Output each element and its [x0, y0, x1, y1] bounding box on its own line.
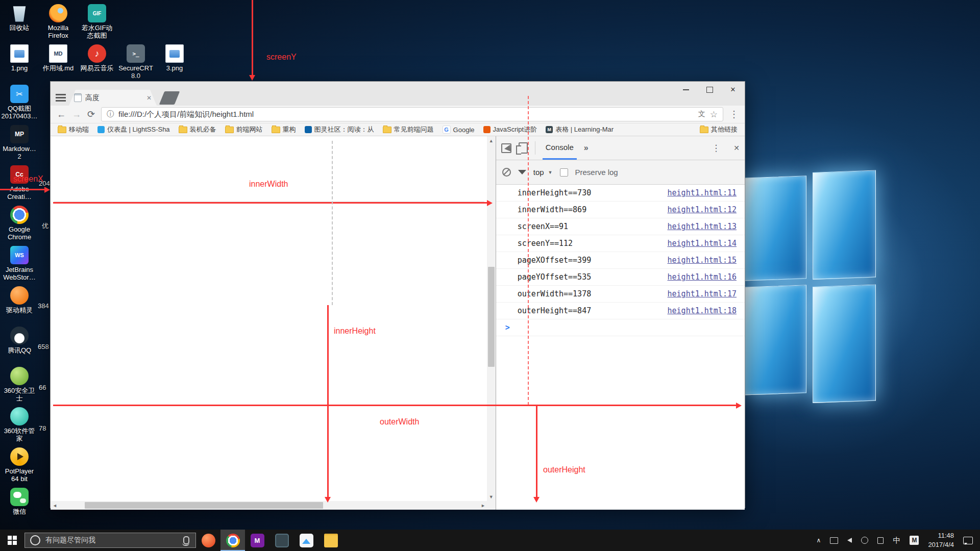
bookmark-item[interactable]: JavaScript进阶 [483, 125, 537, 134]
devtools-menu-icon[interactable]: ⋮ [712, 143, 720, 154]
tray-icon[interactable] [861, 537, 868, 544]
minimize-button[interactable] [674, 82, 698, 97]
back-icon[interactable]: ← [57, 110, 66, 119]
system-tray: ∧ 中 M 11:48 2017/4/4 [817, 531, 980, 549]
source-link[interactable]: height1.html:15 [668, 256, 737, 265]
desktop-icon-qq-screenshot[interactable]: QQ截图20170403… [1, 85, 38, 120]
recycle-bin-icon [10, 4, 29, 22]
taskbar-app-markdown[interactable]: M [245, 530, 270, 551]
source-link[interactable]: height1.html:11 [668, 188, 737, 197]
desktop-icon-wechat[interactable]: 微信 [1, 488, 38, 515]
logo-pane [813, 170, 876, 280]
taskbar-app-explorer[interactable] [318, 530, 343, 551]
desktop-icon-chrome[interactable]: Google Chrome [1, 206, 38, 241]
annotation-innerheight-arrow [325, 497, 331, 503]
scroll-right-icon[interactable]: ► [479, 501, 487, 510]
desktop-icon-360-safe[interactable]: 360安全卫士 [1, 367, 38, 403]
other-bookmarks-folder[interactable]: 其他链接 [700, 125, 738, 134]
desktop-icon-securecrt[interactable]: SecureCRT 8.0 [117, 44, 154, 80]
potplayer-icon [10, 447, 29, 466]
desktop-icon-md-file[interactable]: 作用域.md [40, 44, 77, 72]
address-bar[interactable]: ⓘ file:///D:/个人项目/前端知识/height1.html 文 ☆ [101, 107, 723, 121]
desktop-icon-recycle-bin[interactable]: 回收站 [1, 4, 38, 32]
desktop-icon-markdownpad[interactable]: Markdow… 2 [1, 125, 38, 161]
tab-console[interactable]: Console [543, 136, 577, 160]
browser-tab[interactable]: 高度 ✕ [69, 90, 157, 106]
source-link[interactable]: height1.html:18 [668, 306, 737, 315]
source-link[interactable]: height1.html:16 [668, 272, 737, 282]
windows-logo-icon [8, 536, 17, 545]
desktop-icon-1png[interactable]: 1.png [1, 44, 38, 72]
taskbar-app-photos[interactable] [294, 530, 318, 551]
more-tabs-icon[interactable]: » [584, 143, 589, 153]
source-link[interactable]: height1.html:13 [668, 222, 737, 231]
annotation-outerheight-guide [528, 96, 529, 405]
desktop-icon-netease-music[interactable]: 网易云音乐 [79, 44, 115, 72]
source-link[interactable]: height1.html:12 [668, 205, 737, 214]
desktop-icon-webstorm[interactable]: JetBrains WebStor… [1, 246, 38, 282]
horizontal-scroll-thumb[interactable] [85, 502, 323, 509]
new-tab-button[interactable] [159, 91, 180, 105]
desktop-icon-gif-capture[interactable]: 若水GIF动态截图 [79, 4, 115, 40]
bookmark-label: 移动端 [69, 125, 89, 134]
action-center-icon[interactable] [963, 537, 973, 544]
bookmark-item[interactable]: M表格 | Learning-Mar [546, 125, 614, 134]
desktop-icon-driver-genius[interactable]: 驱动精灵 [1, 286, 38, 314]
tab-close-icon[interactable]: ✕ [146, 94, 152, 102]
filter-icon[interactable] [518, 170, 526, 174]
desktop-icon-qq[interactable]: 腾讯QQ [1, 327, 38, 354]
desktop-icon-potplayer[interactable]: PotPlayer 64 bit [1, 447, 38, 483]
horizontal-scrollbar[interactable]: ◄ ► [51, 501, 487, 510]
maximize-button[interactable] [698, 82, 721, 97]
tab-strip-icon[interactable] [56, 94, 66, 102]
page-info-icon[interactable]: ⓘ [107, 110, 114, 119]
source-link[interactable]: height1.html:14 [668, 239, 737, 248]
tray-display-icon[interactable] [830, 537, 838, 544]
tray-volume-icon[interactable] [847, 538, 852, 543]
desktop-icon-360-manager[interactable]: 360软件管家 [1, 407, 38, 443]
start-button[interactable] [0, 530, 24, 551]
scroll-down-icon[interactable]: ▼ [487, 492, 496, 501]
forward-icon[interactable]: → [72, 110, 81, 119]
taskbar-app-editor[interactable] [270, 530, 294, 551]
bookmark-folder[interactable]: 前端网站 [225, 125, 263, 134]
bookmark-folder[interactable]: 装机必备 [179, 125, 216, 134]
bookmark-folder[interactable]: 移动端 [58, 125, 89, 134]
taskbar-app-chrome[interactable] [220, 530, 245, 551]
scroll-up-icon[interactable]: ▲ [487, 136, 496, 145]
preserve-log-checkbox[interactable] [560, 168, 568, 177]
source-link[interactable]: height1.html:17 [668, 289, 737, 298]
bookmark-folder[interactable]: 重构 [272, 125, 296, 134]
translate-icon[interactable]: 文 [698, 110, 705, 119]
tray-icon[interactable] [877, 537, 884, 544]
bookmark-item[interactable]: GGoogle [443, 126, 475, 134]
context-selector[interactable]: top ▼ [533, 168, 553, 177]
console-row: innerWidth==869height1.html:12 [496, 202, 745, 218]
bookmark-star-icon[interactable]: ☆ [710, 109, 718, 120]
device-toolbar-icon[interactable] [519, 142, 528, 154]
bookmark-item[interactable]: 仪表盘 | LightSS-Sha [97, 125, 170, 134]
clear-console-icon[interactable] [502, 168, 511, 177]
scroll-left-icon[interactable]: ◄ [51, 501, 59, 510]
refresh-icon[interactable]: ⟳ [87, 110, 95, 119]
tray-m-badge[interactable]: M [910, 536, 919, 545]
microphone-icon[interactable] [183, 536, 189, 544]
url-text[interactable]: file:///D:/个人项目/前端知识/height1.html [118, 110, 694, 119]
desktop-icon-firefox[interactable]: Mozilla Firefox [40, 4, 77, 40]
devtools-close-icon[interactable]: ✕ [733, 144, 740, 152]
hidden-icons-chevron[interactable]: ∧ [817, 537, 821, 544]
bookmark-folder[interactable]: 常见前端问题 [383, 125, 434, 134]
console-prompt[interactable]: > [496, 319, 745, 336]
close-button[interactable]: ✕ [721, 82, 745, 97]
taskbar-clock[interactable]: 11:48 2017/4/4 [928, 531, 954, 549]
bookmark-item[interactable]: 图灵社区：阅读：从 [305, 125, 374, 134]
taskbar-app-red[interactable] [196, 530, 220, 551]
vertical-scrollbar[interactable]: ▲ ▼ [487, 136, 496, 501]
ime-indicator[interactable]: 中 [893, 536, 900, 545]
annotation-innerheight-guide [332, 141, 333, 305]
vertical-scroll-thumb[interactable] [488, 267, 495, 367]
browser-menu-icon[interactable]: ⋮ [729, 110, 739, 119]
cortana-search-box[interactable]: 有问题尽管问我 [24, 533, 196, 548]
desktop-icon-3png[interactable]: 3.png [156, 44, 193, 72]
inspect-element-icon[interactable] [501, 143, 511, 153]
